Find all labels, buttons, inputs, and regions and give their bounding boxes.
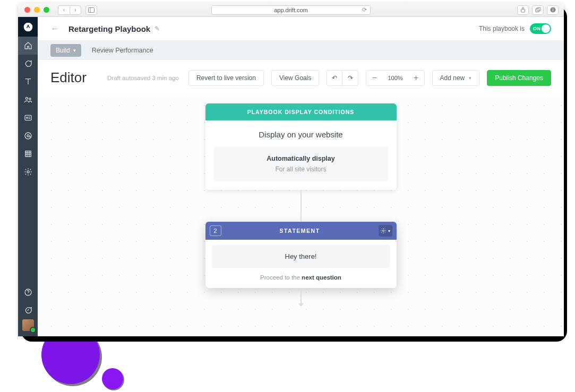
- svg-point-10: [29, 98, 30, 100]
- playbook-toggle[interactable]: ON: [530, 23, 551, 34]
- close-window-icon[interactable]: [24, 7, 30, 13]
- right-chrome-buttons: [517, 5, 559, 15]
- statement-card[interactable]: 2 STATEMENT ▾ Hey there! Proceed to the …: [205, 222, 397, 288]
- toggle-knob: [542, 24, 550, 33]
- chevron-down-icon: ▾: [73, 48, 76, 53]
- redo-button[interactable]: ↷: [342, 70, 358, 86]
- sidebar-toggle-button[interactable]: [85, 5, 97, 15]
- titlebar: ‹ › app.drift.com ⟳: [18, 3, 564, 17]
- traffic-lights: [24, 7, 49, 13]
- flow-connector: [301, 288, 302, 304]
- chevron-down-icon: ▾: [469, 75, 471, 81]
- svg-rect-7: [552, 8, 553, 8]
- nav-settings[interactable]: [18, 163, 38, 181]
- nav-buttons: ‹ ›: [58, 5, 81, 15]
- url-text: app.drift.com: [274, 7, 308, 13]
- side-rail: [18, 17, 38, 336]
- page-header: ← Retargeting Playbook ✎ This playbook i…: [38, 17, 564, 41]
- svg-rect-0: [89, 7, 95, 12]
- main-column: ← Retargeting Playbook ✎ This playbook i…: [38, 17, 564, 336]
- svg-point-19: [383, 230, 384, 232]
- brand-logo[interactable]: [18, 17, 38, 37]
- svg-point-16: [27, 171, 29, 173]
- proceed-prefix: Proceed to the: [260, 274, 302, 281]
- reload-icon[interactable]: ⟳: [362, 6, 367, 13]
- nav-help[interactable]: [18, 283, 38, 301]
- edit-title-icon[interactable]: ✎: [155, 25, 160, 32]
- revert-button[interactable]: Revert to live version: [188, 70, 264, 86]
- chevron-down-icon: ▾: [388, 229, 390, 233]
- flow-connector: [301, 190, 302, 222]
- undo-redo-group: ↶ ↷: [327, 70, 358, 86]
- decorative-circle-small: [102, 368, 123, 389]
- subheader-tabs: Build ▾ Review Performance: [38, 41, 564, 60]
- nav-feedback[interactable]: [18, 301, 38, 319]
- undo-button[interactable]: ↶: [327, 70, 342, 86]
- svg-rect-6: [552, 10, 553, 12]
- svg-rect-4: [537, 7, 540, 11]
- conditions-rule-box[interactable]: Automatically display For all site visit…: [214, 146, 388, 181]
- nav-playbooks[interactable]: [18, 73, 38, 91]
- flow-column: PLAYBOOK DISPLAY CONDITIONS Display on y…: [205, 103, 397, 304]
- publish-button[interactable]: Publish Changes: [487, 70, 551, 86]
- view-goals-button[interactable]: View Goals: [271, 70, 319, 86]
- arrow-down-icon: [298, 303, 304, 307]
- tabs-button[interactable]: [532, 5, 544, 15]
- conditions-card-body: Display on your website Automatically di…: [205, 120, 397, 190]
- editor-toolbar: Editor Draft autosaved 3 min ago Revert …: [38, 60, 564, 94]
- add-new-button[interactable]: Add new ▾: [432, 70, 480, 86]
- page-title-text: Retargeting Playbook: [68, 24, 150, 33]
- page-title: Retargeting Playbook ✎: [68, 24, 160, 33]
- back-arrow-icon[interactable]: ←: [50, 24, 59, 33]
- svg-rect-15: [25, 151, 31, 157]
- nav-home[interactable]: [18, 37, 38, 55]
- maximize-window-icon[interactable]: [44, 7, 49, 13]
- nav-contacts[interactable]: [18, 91, 38, 109]
- zoom-in-button[interactable]: +: [408, 73, 424, 83]
- conditions-card-title: Display on your website: [214, 130, 388, 139]
- display-conditions-card[interactable]: PLAYBOOK DISPLAY CONDITIONS Display on y…: [205, 103, 397, 190]
- tab-build[interactable]: Build ▾: [50, 44, 81, 57]
- zoom-out-button[interactable]: −: [366, 73, 382, 83]
- nav-forward-button[interactable]: ›: [70, 5, 81, 15]
- app-shell: ← Retargeting Playbook ✎ This playbook i…: [18, 17, 564, 336]
- conditions-rule-title: Automatically display: [220, 155, 382, 162]
- autosave-status: Draft autosaved 3 min ago: [107, 75, 179, 81]
- statement-card-body: Hey there! Proceed to the next question: [205, 240, 397, 288]
- statement-number: 2: [210, 225, 221, 236]
- tab-build-label: Build: [56, 47, 70, 54]
- nav-conversations[interactable]: [18, 55, 38, 73]
- playbook-status-label: This playbook is: [479, 25, 525, 32]
- share-button[interactable]: [517, 5, 529, 15]
- add-new-label: Add new: [440, 74, 465, 82]
- nav-reports[interactable]: [18, 145, 38, 163]
- zoom-value: 100%: [382, 75, 408, 81]
- nav-email[interactable]: [18, 127, 38, 145]
- zoom-control: − 100% +: [366, 70, 424, 86]
- conditions-card-header: PLAYBOOK DISPLAY CONDITIONS: [205, 103, 397, 120]
- flow-canvas[interactable]: PLAYBOOK DISPLAY CONDITIONS Display on y…: [38, 94, 564, 336]
- svg-point-12: [26, 117, 28, 119]
- toggle-state-label: ON: [533, 26, 541, 31]
- svg-point-18: [28, 294, 28, 294]
- nav-accounts[interactable]: [18, 109, 38, 127]
- proceed-bold: next question: [302, 274, 341, 281]
- tab-review-performance[interactable]: Review Performance: [92, 47, 153, 54]
- svg-point-9: [25, 97, 28, 99]
- editor-heading: Editor: [50, 69, 87, 86]
- statement-card-header: 2 STATEMENT ▾: [205, 222, 397, 240]
- info-button[interactable]: [547, 5, 559, 15]
- minimize-window-icon[interactable]: [34, 7, 40, 13]
- statement-header-label: STATEMENT: [221, 228, 379, 234]
- svg-rect-3: [535, 8, 539, 12]
- nav-back-button[interactable]: ‹: [58, 5, 70, 15]
- svg-point-8: [23, 22, 32, 31]
- statement-message[interactable]: Hey there!: [212, 245, 390, 268]
- statement-proceed-text: Proceed to the next question: [212, 274, 390, 281]
- browser-window: ‹ › app.drift.com ⟳: [18, 3, 564, 336]
- conditions-rule-subtitle: For all site visitors: [220, 165, 382, 173]
- statement-settings-button[interactable]: ▾: [379, 225, 392, 237]
- address-bar[interactable]: app.drift.com ⟳: [211, 5, 371, 15]
- user-avatar[interactable]: [22, 319, 34, 331]
